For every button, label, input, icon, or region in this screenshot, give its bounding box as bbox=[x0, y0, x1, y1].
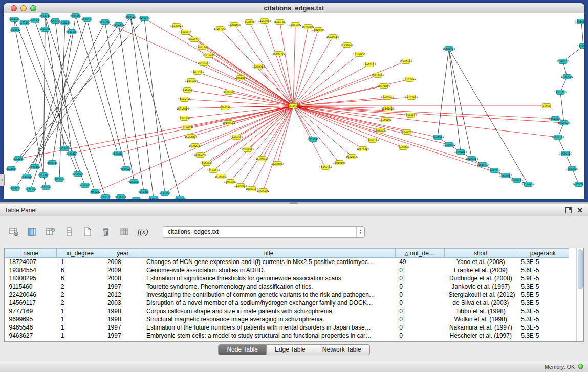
network-node[interactable]: 20264419 bbox=[522, 182, 534, 187]
network-node[interactable]: 9862871 bbox=[113, 23, 124, 27]
network-graph[interactable]: 9064959917726593613009462741955035696181… bbox=[4, 13, 584, 199]
network-node[interactable]: 15146457 bbox=[215, 174, 227, 179]
table-row[interactable]: 946362711997Embryonic stem cells: a mode… bbox=[5, 332, 569, 340]
network-node[interactable]: 9689266 bbox=[70, 14, 81, 18]
column-header[interactable]: year bbox=[103, 249, 142, 258]
network-node[interactable]: 18518826 bbox=[177, 106, 189, 111]
network-node[interactable]: 17207965 bbox=[214, 27, 226, 31]
network-node[interactable]: 11136235 bbox=[353, 52, 365, 57]
network-node[interactable]: 17554294 bbox=[319, 165, 332, 170]
table-cell[interactable]: Tourette syndrome. Phenomenology and cla… bbox=[142, 282, 395, 291]
minimize-button[interactable] bbox=[20, 5, 27, 11]
network-node[interactable]: 19561296 bbox=[178, 116, 190, 121]
network-node[interactable]: 1514545 bbox=[308, 137, 318, 142]
network-node[interactable]: 9051222 bbox=[90, 190, 100, 194]
table-cell[interactable]: 5.9E-5 bbox=[517, 274, 569, 282]
table-cell[interactable]: Corpus callosum shape and size in male p… bbox=[142, 307, 395, 315]
network-node[interactable]: 18301522 bbox=[554, 90, 567, 95]
network-node[interactable]: 16603771 bbox=[273, 52, 285, 56]
network-node[interactable]: 18547167 bbox=[246, 187, 258, 191]
table-cell[interactable]: 1 bbox=[57, 307, 103, 315]
table-cell[interactable]: Dudbridge et al. (2008) bbox=[444, 274, 517, 282]
show-columns-icon[interactable] bbox=[25, 225, 40, 239]
table-cell[interactable]: 14569117 bbox=[5, 299, 57, 307]
network-node[interactable]: 9441320 bbox=[175, 196, 185, 199]
network-node[interactable]: 9973410 bbox=[139, 16, 149, 21]
network-node[interactable]: 16288458 bbox=[228, 23, 241, 27]
table-cell[interactable]: 0 bbox=[395, 266, 444, 274]
network-node[interactable]: 12476320 bbox=[357, 147, 369, 151]
table-cell[interactable]: Wolkin et al. (1998) bbox=[444, 315, 517, 323]
network-node[interactable]: 8554521 bbox=[10, 186, 20, 191]
network-node[interactable]: 17020818 bbox=[575, 19, 584, 24]
network-node[interactable]: 9101110 bbox=[100, 195, 111, 199]
network-node[interactable]: 14702039 bbox=[189, 144, 201, 148]
network-node[interactable]: 16819198 bbox=[333, 161, 345, 165]
network-node[interactable]: 15026801 bbox=[198, 61, 210, 66]
network-node[interactable]: 17791213 bbox=[454, 150, 467, 155]
function-builder-icon[interactable]: f(x) bbox=[135, 225, 150, 239]
table-cell[interactable]: 0 bbox=[395, 323, 444, 332]
new-file-icon[interactable] bbox=[80, 225, 95, 239]
tab-node-table[interactable]: Node Table bbox=[218, 344, 267, 355]
table-cell[interactable]: 19384554 bbox=[5, 266, 57, 274]
network-node[interactable]: 11250988 bbox=[258, 19, 271, 24]
table-cell[interactable]: 6 bbox=[57, 266, 103, 274]
network-node[interactable]: 12477932 bbox=[234, 184, 247, 188]
table-cell[interactable]: 1 bbox=[57, 315, 103, 323]
table-cell[interactable]: Tibbo et al. (1998) bbox=[444, 307, 517, 315]
table-cell[interactable]: 2 bbox=[57, 299, 103, 307]
table-cell[interactable]: Changes of HCN gene expression and I(f) … bbox=[142, 258, 395, 266]
network-node[interactable]: 9641589 bbox=[66, 30, 77, 34]
table-cell[interactable]: 0 bbox=[395, 299, 444, 307]
network-node[interactable]: 13200918 bbox=[252, 64, 265, 69]
network-node[interactable]: 19861102 bbox=[196, 45, 208, 50]
panel-collapse-handle[interactable]: ‹ bbox=[0, 174, 5, 186]
network-node[interactable]: 9245021 bbox=[128, 180, 139, 184]
network-node[interactable]: 19550326 bbox=[559, 151, 572, 156]
network-node[interactable]: 8770031 bbox=[40, 185, 51, 190]
table-cell[interactable]: 0 bbox=[395, 274, 444, 282]
network-node[interactable]: 19088134 bbox=[366, 138, 379, 143]
network-node[interactable]: 17081983 bbox=[224, 180, 236, 184]
network-node[interactable]: 9199520 bbox=[120, 167, 131, 171]
network-node[interactable]: 14695902 bbox=[257, 189, 269, 193]
network-node[interactable]: 14976160 bbox=[181, 88, 193, 93]
network-node[interactable]: 16189514 bbox=[207, 168, 220, 173]
column-header[interactable]: name bbox=[5, 249, 57, 258]
table-cell[interactable]: 0 bbox=[395, 332, 444, 340]
network-node[interactable]: 14614093 bbox=[230, 135, 243, 140]
table-row[interactable]: 969969511998Structural magnetic resonanc… bbox=[5, 315, 569, 323]
table-cell[interactable]: 1997 bbox=[103, 282, 142, 291]
table-cell[interactable]: 9465546 bbox=[5, 323, 57, 332]
network-node[interactable]: 9118542 bbox=[10, 28, 20, 32]
network-node[interactable]: 15958 bbox=[542, 104, 551, 108]
table-cell[interactable]: 5.3E-5 bbox=[517, 307, 569, 315]
column-header[interactable]: title bbox=[142, 249, 395, 258]
network-node[interactable]: 8699482 bbox=[29, 165, 40, 169]
table-cell[interactable]: 5.3E-5 bbox=[517, 299, 569, 307]
network-node[interactable]: 15959519 bbox=[256, 157, 268, 161]
scrollbar-thumb[interactable] bbox=[578, 249, 583, 289]
network-node[interactable]: 18615615 bbox=[477, 163, 489, 167]
tab-edge-table[interactable]: Edge Table bbox=[267, 344, 314, 355]
network-node[interactable]: 17554300 bbox=[200, 161, 212, 166]
table-cell[interactable]: Estimation of the future numbers of pati… bbox=[142, 323, 395, 332]
network-node[interactable]: 15820306 bbox=[312, 28, 324, 32]
table-cell[interactable]: 5.3E-5 bbox=[517, 332, 569, 340]
table-row[interactable]: 1872400712008Changes of HCN gene express… bbox=[5, 258, 569, 266]
network-node[interactable]: 8852169 bbox=[54, 177, 64, 182]
table-cell[interactable]: 22420046 bbox=[5, 291, 57, 299]
network-node[interactable]: 18955275 bbox=[363, 62, 376, 67]
table-cell[interactable]: Genome-wide association studies in ADHD. bbox=[142, 266, 395, 274]
network-node[interactable]: 15146191 bbox=[379, 118, 391, 122]
table-cell[interactable]: 9463627 bbox=[5, 332, 57, 340]
network-node[interactable]: 16102999 bbox=[403, 77, 416, 82]
network-node[interactable]: 9291410 bbox=[138, 190, 149, 194]
table-cell[interactable]: 9777169 bbox=[5, 307, 57, 315]
network-node[interactable]: 19861902 bbox=[289, 23, 301, 27]
network-node[interactable]: 15328537 bbox=[346, 155, 358, 159]
network-node[interactable]: 20174728 bbox=[573, 182, 584, 187]
table-cell[interactable]: 5.3E-5 bbox=[517, 323, 569, 332]
network-node[interactable]: 8524024 bbox=[6, 167, 16, 171]
